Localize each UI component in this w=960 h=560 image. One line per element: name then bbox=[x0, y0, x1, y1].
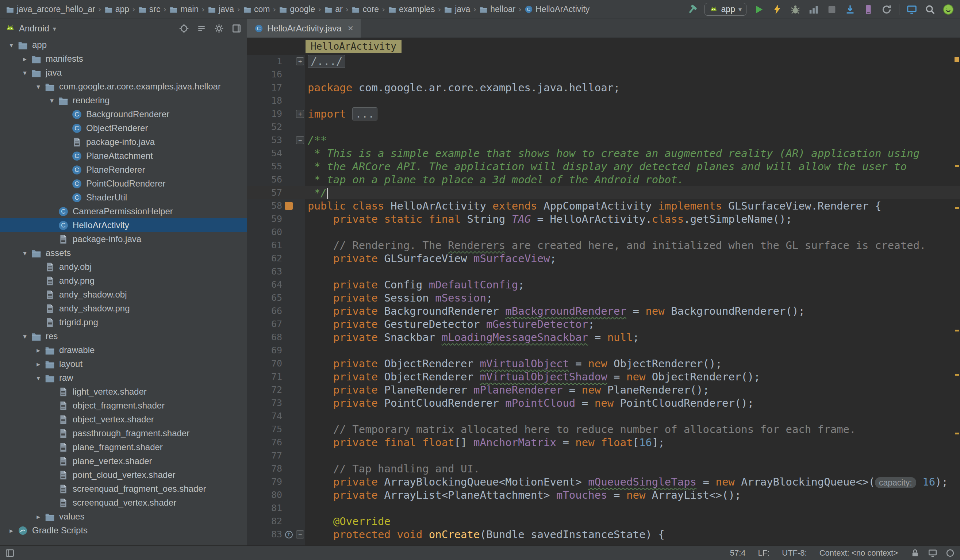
code-text[interactable]: private ObjectRenderer mVirtualObject = … bbox=[305, 357, 722, 370]
line-number[interactable]: 68 bbox=[247, 331, 282, 344]
code-text[interactable] bbox=[305, 120, 308, 134]
breadcrumb-current-class[interactable]: HelloArActivity bbox=[306, 40, 402, 53]
line-number[interactable]: 53 bbox=[247, 134, 282, 147]
line-number[interactable]: 69 bbox=[247, 344, 282, 357]
code-line-76[interactable]: 76 private final float[] mAnchorMatrix =… bbox=[247, 436, 960, 449]
caret-position-widget[interactable]: 57:4 bbox=[730, 548, 746, 558]
tree-item-pointcloudrenderer[interactable]: CPointCloudRenderer bbox=[0, 177, 247, 190]
tree-item-point-cloud-vertex-shader[interactable]: point_cloud_vertex.shader bbox=[0, 468, 247, 482]
code-line-80[interactable]: 80 private ArrayList<PlaneAttachment> mT… bbox=[247, 488, 960, 502]
toolwindow-toggle-icon[interactable] bbox=[5, 548, 14, 558]
code-line-82[interactable]: 82 @Override bbox=[247, 515, 960, 528]
build-hammer-icon[interactable] bbox=[686, 4, 698, 15]
code-line-19[interactable]: 19+import ... bbox=[247, 107, 960, 120]
tree-item-screenquad-vertex-shader[interactable]: screenquad_vertex.shader bbox=[0, 496, 247, 510]
code-line-73[interactable]: 73 private PointCloudRenderer mPointClou… bbox=[247, 397, 960, 410]
code-text[interactable]: private Snackbar mLoadingMessageSnackbar… bbox=[305, 331, 639, 344]
monitor-icon[interactable] bbox=[928, 548, 938, 558]
line-separator-widget[interactable]: LF: bbox=[758, 548, 770, 558]
code-line-75[interactable]: 75 // Temporary matrix allocated here to… bbox=[247, 423, 960, 436]
line-number[interactable]: 56 bbox=[247, 173, 282, 186]
code-text[interactable]: /.../ bbox=[305, 55, 345, 68]
line-number[interactable]: 19 bbox=[247, 107, 282, 120]
tree-item-layout[interactable]: ▸layout bbox=[0, 357, 247, 371]
settings-gear-icon[interactable] bbox=[214, 23, 224, 34]
code-text[interactable]: */ bbox=[305, 186, 328, 199]
code-line-66[interactable]: 66 private BackgroundRenderer mBackgroun… bbox=[247, 304, 960, 318]
line-number[interactable]: 57 bbox=[247, 186, 282, 199]
stop-icon[interactable] bbox=[826, 4, 838, 15]
code-text[interactable]: private ObjectRenderer mVirtualObjectSha… bbox=[305, 370, 760, 383]
code-text[interactable] bbox=[305, 226, 308, 239]
circle-icon[interactable] bbox=[946, 548, 955, 558]
code-text[interactable]: private GLSurfaceView mSurfaceView; bbox=[305, 252, 556, 265]
tree-item-trigrid-png[interactable]: trigrid.png bbox=[0, 315, 247, 329]
code-text[interactable]: protected void onCreate(Bundle savedInst… bbox=[305, 528, 665, 541]
line-number[interactable]: 74 bbox=[247, 410, 282, 423]
project-view-selector[interactable]: Android bbox=[19, 23, 49, 34]
tree-item-manifests[interactable]: ▸manifests bbox=[0, 52, 247, 66]
code-text[interactable]: private Config mDefaultConfig; bbox=[305, 278, 525, 291]
tree-item-values[interactable]: ▸values bbox=[0, 510, 247, 523]
profile-icon[interactable] bbox=[808, 4, 819, 15]
breadcrumb-item-examples[interactable]: examples bbox=[388, 4, 435, 14]
code-text[interactable] bbox=[305, 502, 308, 515]
code-line-53[interactable]: 53−/** bbox=[247, 134, 960, 147]
code-line-17[interactable]: 17package com.google.ar.core.examples.ja… bbox=[247, 81, 960, 94]
tree-item-backgroundrenderer[interactable]: CBackgroundRenderer bbox=[0, 107, 247, 121]
breadcrumb-item-com[interactable]: com bbox=[243, 4, 270, 14]
code-text[interactable]: import ... bbox=[305, 107, 378, 120]
line-number[interactable]: 17 bbox=[247, 81, 282, 94]
chevron-down-icon[interactable]: ▾ bbox=[53, 25, 56, 32]
tree-item-plane-fragment-shader[interactable]: plane_fragment.shader bbox=[0, 440, 247, 454]
code-line-67[interactable]: 67 private GestureDetector mGestureDetec… bbox=[247, 318, 960, 331]
warning-stripe-mark[interactable] bbox=[955, 330, 959, 331]
fold-collapse-icon[interactable]: − bbox=[295, 528, 305, 541]
tree-item-package-info-java[interactable]: package-info.java bbox=[0, 232, 247, 246]
fold-expand-icon[interactable]: + bbox=[295, 55, 305, 68]
run-configuration-select[interactable]: app ▾ bbox=[704, 3, 746, 16]
code-text[interactable]: // Tap handling and UI. bbox=[305, 462, 480, 475]
breadcrumb-item-helloaractivity[interactable]: CHelloArActivity bbox=[525, 4, 589, 14]
device-manager-icon[interactable] bbox=[862, 4, 874, 15]
code-line-64[interactable]: 64 private Config mDefaultConfig; bbox=[247, 278, 960, 291]
code-text[interactable] bbox=[305, 265, 308, 278]
file-status-indicator[interactable] bbox=[955, 57, 959, 62]
code-line-68[interactable]: 68 private Snackbar mLoadingMessageSnack… bbox=[247, 331, 960, 344]
code-line-52[interactable]: 52 bbox=[247, 120, 960, 134]
line-number[interactable]: 64 bbox=[247, 278, 282, 291]
run-icon[interactable] bbox=[753, 4, 765, 15]
code-text[interactable]: private GestureDetector mGestureDetector… bbox=[305, 318, 595, 331]
apply-changes-icon[interactable] bbox=[771, 4, 783, 15]
breadcrumb-item-main[interactable]: main bbox=[170, 4, 198, 14]
tree-item-raw[interactable]: ▾raw bbox=[0, 371, 247, 385]
code-line-1[interactable]: 1+/.../ bbox=[247, 55, 960, 68]
tree-item-assets[interactable]: ▾assets bbox=[0, 246, 247, 260]
code-line-77[interactable]: 77 bbox=[247, 449, 960, 462]
code-text[interactable]: * This is a simple example that shows ho… bbox=[305, 147, 920, 160]
line-number[interactable]: 79 bbox=[247, 475, 282, 488]
code-line-70[interactable]: 70 private ObjectRenderer mVirtualObject… bbox=[247, 357, 960, 370]
code-text[interactable]: // Temporary matrix allocated here to re… bbox=[305, 423, 856, 436]
tree-item-object-fragment-shader[interactable]: object_fragment.shader bbox=[0, 398, 247, 413]
code-line-58[interactable]: 58public class HelloArActivity extends A… bbox=[247, 199, 960, 213]
fold-collapse-icon[interactable]: − bbox=[295, 134, 305, 147]
warning-stripe-mark[interactable] bbox=[955, 165, 959, 167]
code-text[interactable]: private PlaneRenderer mPlaneRenderer = n… bbox=[305, 383, 709, 397]
chevron-right-icon[interactable]: ▸ bbox=[5, 526, 18, 534]
tree-item-java[interactable]: ▾java bbox=[0, 66, 247, 80]
tree-item-planerenderer[interactable]: CPlaneRenderer bbox=[0, 163, 247, 177]
line-number[interactable]: 83 bbox=[247, 528, 282, 541]
code-text[interactable] bbox=[305, 344, 308, 357]
code-text[interactable]: * the ARCore API. The application will d… bbox=[305, 160, 907, 173]
chevron-down-icon[interactable]: ▾ bbox=[46, 96, 58, 104]
chevron-down-icon[interactable]: ▾ bbox=[19, 332, 31, 340]
context-widget[interactable]: Context: <no context> bbox=[819, 548, 898, 558]
search-icon[interactable] bbox=[924, 4, 936, 15]
tree-item-andy-png[interactable]: andy.png bbox=[0, 274, 247, 288]
code-text[interactable]: private BackgroundRenderer mBackgroundRe… bbox=[305, 304, 805, 318]
chevron-down-icon[interactable]: ▾ bbox=[32, 83, 45, 91]
locate-icon[interactable] bbox=[179, 23, 189, 34]
line-number[interactable]: 80 bbox=[247, 488, 282, 502]
tree-item-com-google-ar-core-examples-java-helloar[interactable]: ▾com.google.ar.core.examples.java.helloa… bbox=[0, 80, 247, 93]
